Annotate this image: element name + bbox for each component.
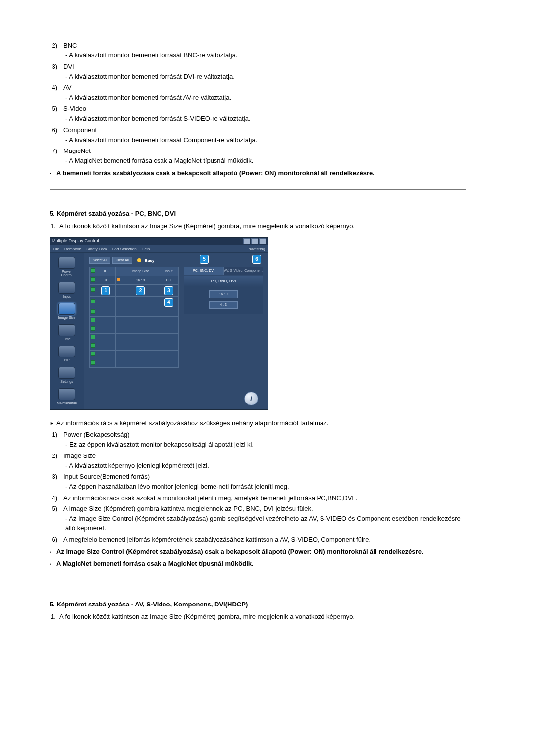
image-size-note-2: A MagicNet bemeneti forrása csak a Magic… — [56, 559, 466, 569]
sidebar-item-input[interactable]: Input — [56, 282, 78, 298]
sidebar-icon — [58, 282, 75, 294]
sidebar-item-label: PIP — [64, 358, 69, 362]
list-item-label: Az információs rács csak azokat a monito… — [63, 494, 466, 503]
list-item-desc: - A kiválasztott monitor bemeneti forrás… — [65, 93, 466, 102]
sidebar-icon — [58, 388, 75, 400]
menu-port-selection[interactable]: Port Selection — [112, 246, 137, 252]
list-item-label: MagicNet — [63, 147, 466, 156]
tab-av-svideo-component[interactable]: AV, S-Video, Component — [223, 267, 263, 275]
list-number: 3) — [50, 62, 58, 72]
list-number: 3) — [50, 472, 58, 482]
table-row[interactable] — [90, 359, 179, 367]
sidebar-item-label: Time — [63, 337, 70, 341]
list-number: 2) — [50, 41, 58, 50]
ratio-16-9-button[interactable]: 16 : 9 — [209, 290, 238, 298]
list-number: 6) — [50, 535, 58, 545]
menu-file[interactable]: File — [53, 246, 59, 252]
section3-title: 5. Képméret szabályozása - AV, S-Video, … — [50, 600, 466, 609]
table-row[interactable] — [90, 351, 179, 359]
row-check-icon[interactable] — [91, 287, 95, 292]
list-item-label: S-Video — [63, 104, 466, 114]
table-row[interactable] — [90, 325, 179, 333]
table-row[interactable] — [90, 334, 179, 342]
section2-title: 5. Képméret szabályozása - PC, BNC, DVI — [50, 209, 466, 219]
ratio-4-3-button[interactable]: 4 : 3 — [209, 301, 238, 309]
row-id: 0 — [96, 276, 116, 284]
sidebar: Power ControlInputImage SizeTimePIPSetti… — [50, 253, 84, 409]
sidebar-item-maintenance[interactable]: Maintenance — [56, 388, 78, 404]
list-item-label: BNC — [63, 41, 466, 50]
list-item-desc: - Az Image Size Control (Képméret szabál… — [65, 514, 466, 533]
table-row[interactable]: 0 16 : 9 PC — [90, 276, 179, 284]
list-number: 4) — [50, 83, 58, 93]
col-image-size: Image Size — [122, 267, 159, 276]
table-row[interactable]: 1 2 3 — [90, 284, 179, 296]
sidebar-icon — [58, 367, 75, 379]
busy-label: Busy — [145, 258, 155, 264]
list-item-desc: - A kiválasztott monitor bemeneti forrás… — [65, 51, 466, 60]
clear-all-button[interactable]: Clear All — [112, 257, 132, 264]
callout-badge-2: 2 — [136, 286, 145, 295]
row-check-icon[interactable] — [91, 299, 95, 303]
col-power-icon — [115, 267, 122, 276]
minimize-icon[interactable] — [243, 238, 250, 244]
row-size: 16 : 9 — [122, 276, 159, 284]
row-input: PC — [159, 276, 179, 284]
list-item-label: A Image Size (Képméret) gombra kattintva… — [63, 504, 466, 514]
sidebar-item-power-control[interactable]: Power Control — [56, 257, 78, 277]
tab-pc-bnc-dvi[interactable]: PC, BNC, DVI — [184, 267, 223, 275]
list-item-label: AV — [63, 83, 466, 93]
col-check[interactable] — [90, 267, 96, 276]
note-bullet-icon — [50, 559, 56, 569]
sidebar-item-label: Image Size — [58, 316, 75, 319]
menu-safety-lock[interactable]: Safety Lock — [86, 246, 107, 252]
row-power-icon — [117, 278, 120, 281]
menu-remocon[interactable]: Remocon — [64, 246, 81, 252]
brand-logo: samsung — [249, 246, 265, 252]
section2-intro-num: 1. — [50, 222, 59, 231]
sidebar-item-settings[interactable]: Settings — [56, 367, 78, 383]
table-row[interactable]: 4 — [90, 296, 179, 308]
menu-help[interactable]: Help — [142, 246, 150, 252]
sidebar-icon — [58, 346, 75, 357]
select-all-button[interactable]: Select All — [89, 257, 110, 264]
section-divider — [50, 580, 466, 580]
list-number: 5) — [50, 504, 58, 514]
list-number: 1) — [50, 430, 58, 440]
sidebar-item-label: Power Control — [56, 270, 78, 277]
image-size-note-1: Az Image Size Control (Képméret szabályo… — [56, 547, 466, 556]
row-check-icon[interactable] — [91, 277, 95, 282]
callout-badge-5: 5 — [200, 255, 209, 264]
table-row[interactable] — [90, 342, 179, 351]
list-item-desc: - Az éppen használatban lévo monitor jel… — [65, 482, 466, 492]
note-bullet-icon — [50, 169, 56, 178]
info-grid-note: Az információs rács a képméret szabályoz… — [56, 419, 466, 428]
arrow-bullet-icon — [50, 419, 56, 428]
sidebar-item-image-size[interactable]: Image Size — [56, 303, 78, 319]
busy-indicator-icon — [137, 258, 141, 262]
sidebar-icon — [58, 257, 75, 269]
list-item-label: Power (Bekapcsoltság) — [63, 430, 466, 440]
sidebar-item-label: Input — [63, 295, 71, 298]
maximize-icon[interactable] — [251, 238, 258, 244]
table-row[interactable] — [90, 308, 179, 316]
list-item-desc: - A kiválasztott monitor bemeneti forrás… — [65, 136, 466, 145]
info-icon[interactable]: i — [244, 392, 258, 405]
sidebar-item-time[interactable]: Time — [56, 324, 78, 341]
col-id: ID — [96, 267, 116, 276]
list-item-label: Input Source(Bemeneti forrás) — [63, 472, 466, 482]
menubar: File Remocon Safety Lock Port Selection … — [50, 245, 268, 253]
list-item-label: DVI — [63, 62, 466, 72]
input-source-note: A bemeneti forrás szabályozása csak a be… — [56, 169, 466, 178]
panel-heading: PC, BNC, DVI — [184, 276, 263, 288]
sidebar-icon — [58, 324, 75, 336]
list-number: 6) — [50, 126, 58, 135]
close-icon[interactable] — [259, 238, 266, 244]
callout-badge-1: 1 — [101, 286, 110, 295]
list-number: 5) — [50, 104, 58, 114]
window-title: Multiple Display Control — [52, 238, 99, 244]
list-number: 7) — [50, 147, 58, 156]
table-row[interactable] — [90, 316, 179, 325]
sidebar-item-pip[interactable]: PIP — [56, 346, 78, 362]
section3-intro-num: 1. — [50, 612, 59, 622]
